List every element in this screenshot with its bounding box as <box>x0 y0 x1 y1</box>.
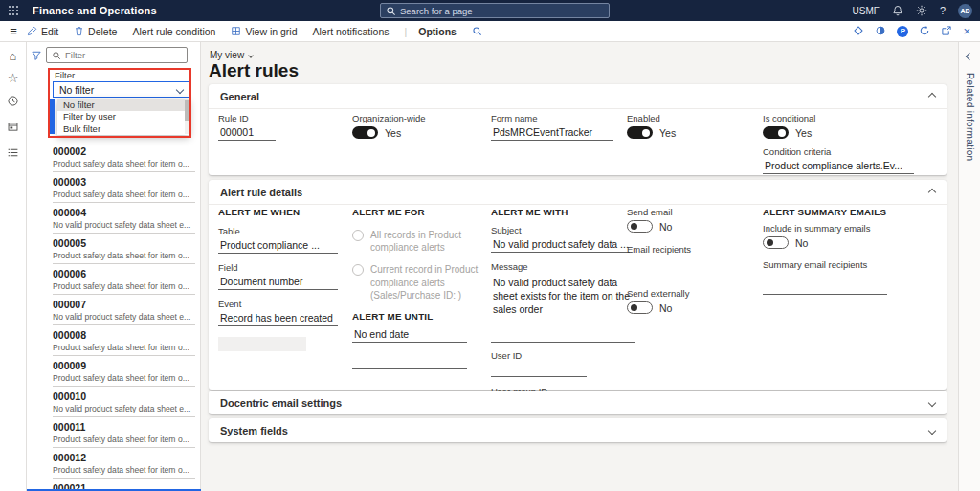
email-recipients-field[interactable] <box>627 268 734 279</box>
radio-current-record[interactable] <box>352 264 364 276</box>
open-in-new-window-icon[interactable] <box>941 25 952 38</box>
chevron-up-icon <box>928 188 936 195</box>
empty-date-field[interactable] <box>352 358 467 369</box>
system-fields-section: System fields <box>209 418 947 442</box>
alert-rule-details-header[interactable]: Alert rule details <box>209 180 947 205</box>
notifications-icon[interactable] <box>892 5 903 16</box>
toggle-state-label: Yes <box>659 127 676 139</box>
toggle-state-label: No <box>795 237 808 249</box>
modules-list-icon[interactable] <box>7 145 19 163</box>
favorites-star-icon[interactable]: ☆ <box>8 72 19 85</box>
record-desc: Product safety data sheet for item o... <box>53 465 193 475</box>
workspaces-icon[interactable] <box>7 120 19 137</box>
list-item[interactable]: 000010No valid product safety data sheet… <box>27 387 201 417</box>
related-information-title[interactable]: Related information <box>965 73 975 161</box>
home-icon[interactable]: ⌂ <box>10 50 17 63</box>
flow-icon[interactable] <box>853 25 864 38</box>
list-item[interactable]: 000009Product safety data sheet for item… <box>27 356 201 387</box>
system-fields-header[interactable]: System fields <box>209 418 947 443</box>
table-field[interactable]: Product compliance ... <box>218 238 338 254</box>
page-search[interactable] <box>380 3 610 18</box>
general-section-header[interactable]: General <box>209 84 947 109</box>
alert-rule-condition-button[interactable]: Alert rule condition <box>132 26 215 37</box>
company-selector[interactable]: USMF <box>853 6 880 16</box>
list-item[interactable]: 000011Product safety data sheet for item… <box>27 417 201 448</box>
record-desc: No valid product safety data sheet e... <box>53 404 193 413</box>
radio-all-records[interactable] <box>352 230 364 241</box>
filter-funnel-icon[interactable] <box>31 48 42 65</box>
summary-recipients-field[interactable] <box>763 283 887 295</box>
send-email-toggle[interactable] <box>627 220 653 233</box>
table-label: Table <box>218 226 345 236</box>
radio-all-records-label: All records in Product compliance alerts <box>370 229 481 254</box>
list-item[interactable]: 000005Product safety data sheet for item… <box>27 234 201 264</box>
alert-notifications-button[interactable]: Alert notifications <box>313 26 390 37</box>
docentric-section-header[interactable]: Docentric email settings <box>209 391 947 415</box>
delete-button[interactable]: Delete <box>74 26 117 37</box>
app-title[interactable]: Finance and Operations <box>33 5 157 16</box>
is-conditional-toggle[interactable] <box>763 126 789 139</box>
refresh-icon[interactable] <box>919 25 930 38</box>
close-icon[interactable]: × <box>963 25 970 37</box>
filter-option-no-filter[interactable]: No filter <box>57 99 189 111</box>
flyout-scrollbar[interactable] <box>185 100 189 134</box>
include-summary-label: Include in summary emails <box>763 223 935 234</box>
end-date-field[interactable]: No end date <box>352 327 467 343</box>
message-field[interactable]: No valid product safety data sheet exist… <box>491 274 635 343</box>
filter-dropdown[interactable]: No filter <box>53 81 189 98</box>
options-menu[interactable]: Options <box>418 26 457 37</box>
list-item[interactable]: 000003Product safety data sheet for item… <box>27 172 201 203</box>
view-in-grid-button[interactable]: View in grid <box>231 26 297 37</box>
list-filter-input[interactable] <box>65 50 180 60</box>
list-item[interactable]: 000008Product safety data sheet for item… <box>27 325 201 356</box>
chevron-down-icon <box>248 53 254 58</box>
list-item[interactable]: 000002Product safety data sheet for item… <box>27 142 201 172</box>
field-field[interactable]: Document number <box>218 275 338 290</box>
alert-rule-details-section: Alert rule details ALERT ME WHEN Table P… <box>209 180 947 390</box>
edit-button[interactable]: Edit <box>27 26 58 37</box>
subject-field[interactable]: No valid product safety data ... <box>491 237 630 253</box>
alert-notifications-label: Alert notifications <box>313 26 390 37</box>
send-externally-toggle[interactable] <box>627 301 653 314</box>
alert-summary-emails-header: ALERT SUMMARY EMAILS <box>763 207 935 217</box>
user-id-field[interactable] <box>491 366 587 377</box>
record-desc: No valid product safety data sheet e... <box>53 312 193 322</box>
form-name-field[interactable]: PdsMRCEventTracker <box>491 125 613 141</box>
condition-criteria-field[interactable]: Product compliance alerts.Ev... <box>763 159 914 174</box>
list-item[interactable]: 000007No valid product safety data sheet… <box>27 295 201 325</box>
filter-option-filter-by-user[interactable]: Filter by user <box>57 111 189 123</box>
list-item[interactable]: 000006Product safety data sheet for item… <box>27 264 201 295</box>
record-desc: Product safety data sheet for item o... <box>53 251 193 260</box>
recent-clock-icon[interactable] <box>7 94 19 111</box>
grid-icon <box>231 26 241 36</box>
list-item[interactable]: 000004No valid product safety data sheet… <box>27 203 201 234</box>
filter-option-bulk-filter[interactable]: Bulk filter <box>57 123 189 135</box>
page-search-input[interactable] <box>400 6 591 16</box>
delete-label: Delete <box>88 26 117 37</box>
chevron-left-icon[interactable] <box>966 53 973 60</box>
settings-gear-icon[interactable] <box>916 5 927 16</box>
hamburger-icon[interactable]: ≡ <box>0 24 27 38</box>
record-id: 000009 <box>53 360 193 371</box>
app-launcher-icon[interactable] <box>9 6 19 16</box>
selection-indicator <box>50 99 55 134</box>
contrast-icon[interactable] <box>875 25 886 38</box>
enabled-toggle[interactable] <box>627 126 653 139</box>
list-filter-search[interactable] <box>46 47 188 63</box>
is-conditional-label: Is conditional <box>763 113 935 123</box>
list-item[interactable]: 000012Product safety data sheet for item… <box>27 448 201 479</box>
record-desc: Product safety data sheet for item o... <box>53 435 193 444</box>
view-selector[interactable]: My view <box>210 50 253 60</box>
message-text: No valid product safety data sheet exist… <box>491 274 635 317</box>
include-summary-toggle[interactable] <box>763 236 789 249</box>
avatar[interactable]: AD <box>958 4 972 18</box>
actionbar-search-icon[interactable] <box>472 26 482 36</box>
rule-id-field[interactable]: 000001 <box>218 125 276 141</box>
help-icon[interactable]: ? <box>940 5 946 16</box>
alert-me-until-header: ALERT ME UNTIL <box>352 311 481 322</box>
records-list: 000002Product safety data sheet for item… <box>27 142 201 491</box>
event-field[interactable]: Record has been created <box>218 311 338 326</box>
messages-icon[interactable]: P <box>897 26 908 37</box>
organization-wide-toggle[interactable] <box>352 126 378 139</box>
field-label: Field <box>218 262 345 273</box>
